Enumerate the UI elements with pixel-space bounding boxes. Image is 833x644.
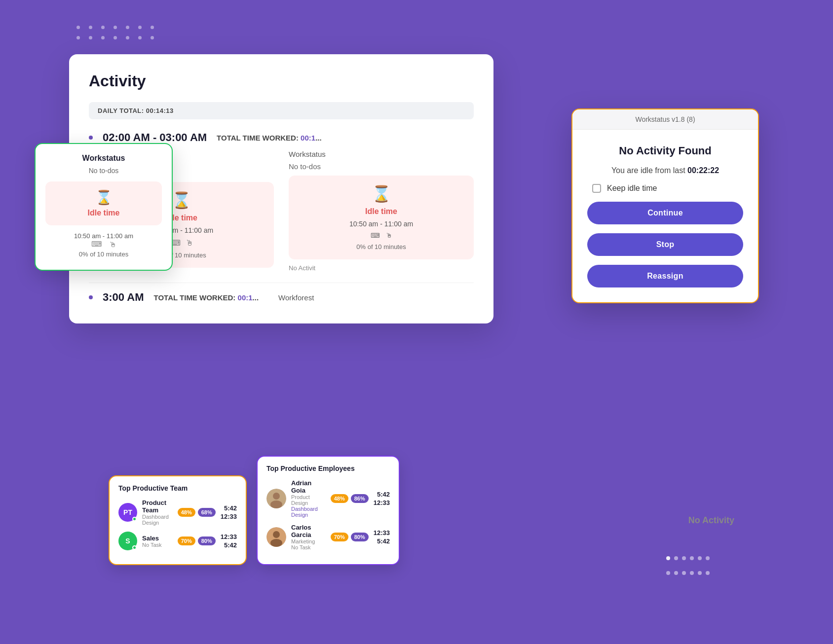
- time-block-2: 3:00 AM TOTAL TIME WORKED: 00:1... Workf…: [89, 283, 474, 304]
- input-icons: ⌨ 🖱: [169, 238, 193, 248]
- svg-point-1: [273, 493, 280, 500]
- pag-dot: [698, 556, 702, 560]
- deco-dot: [126, 26, 129, 29]
- float-icons-row: ⌨ 🖱: [45, 240, 162, 249]
- idle-card-right: ⌛ Idle time 10:50 am - 11:00 am ⌨ 🖱 0% o…: [289, 176, 474, 259]
- productive-employees-title: Top Productive Employees: [266, 465, 390, 472]
- employee-stats-ag: 48% 86%: [331, 494, 369, 503]
- float-idle-card: ⌛ Idle time: [45, 181, 162, 225]
- no-activity-label: No Activity: [688, 515, 734, 526]
- employee-info-ag: Adrian Goia Product Design Dashboard Des…: [291, 479, 326, 518]
- keep-idle-row[interactable]: Keep idle time: [587, 184, 657, 193]
- team-task-pt: Dashboard Design: [142, 514, 173, 526]
- dialog-no-activity-title: No Activity Found: [619, 144, 711, 157]
- team-info-s: Sales No Task: [142, 535, 173, 548]
- time1-cg: 12:33: [374, 529, 390, 537]
- team-row-2: S Sales No Task 70% 80% 12:33 5:42: [118, 532, 237, 550]
- deco-dot: [76, 26, 80, 29]
- pag-dot: [674, 556, 678, 560]
- employee-role-cg: Marketing: [291, 538, 326, 544]
- pagination-dots-bottom: [666, 571, 710, 575]
- team-row-1: PT Product Team Dashboard Design 48% 68%…: [118, 499, 237, 526]
- employee-task-ag: Dashboard Design: [291, 506, 326, 518]
- dialog-idle-text: You are idle from last 00:22:22: [611, 166, 719, 175]
- time-range-2: 3:00 AM: [103, 291, 144, 304]
- time1-pt: 5:42: [224, 504, 237, 512]
- employee-task-cg: No Task: [291, 544, 326, 550]
- pagination-dots-top: [666, 556, 710, 560]
- pag-dot: [690, 571, 694, 575]
- float-ws-title: Workstatus: [45, 154, 162, 163]
- time2-cg: 5:42: [377, 537, 390, 545]
- status-dot-pt: [132, 517, 137, 521]
- deco-dot: [114, 36, 117, 39]
- keep-idle-checkbox[interactable]: [592, 184, 601, 193]
- employee-stats-cg: 70% 80%: [331, 533, 369, 541]
- team-avatar-pt: PT: [118, 503, 137, 522]
- status-dot-s: [132, 545, 137, 550]
- team-stats-pt: 48% 68%: [178, 508, 216, 517]
- employee-row-2: Carlos Garcia Marketing No Task 70% 80% …: [266, 524, 390, 550]
- team-avatar-s: S: [118, 532, 137, 550]
- deco-dot: [101, 36, 105, 39]
- team-info-pt: Product Team Dashboard Design: [142, 499, 173, 526]
- svg-point-2: [270, 501, 282, 508]
- stop-button[interactable]: Stop: [587, 233, 743, 256]
- idle-label-right: Idle time: [365, 207, 397, 216]
- employee-avatar-ag: [266, 489, 286, 508]
- dialog-body: No Activity Found You are idle from last…: [572, 130, 758, 302]
- badge-s-2: 80%: [198, 537, 216, 545]
- continue-button[interactable]: Continue: [587, 202, 743, 224]
- badge-cg-2: 80%: [351, 533, 369, 541]
- employee-avatar-cg: [266, 527, 286, 547]
- total-time-label: TOTAL TIME WORKED: 00:1...: [217, 134, 322, 142]
- employee-times-cg: 12:33 5:42: [374, 529, 390, 545]
- time2-pt: 12:33: [221, 513, 237, 520]
- decoration-dots: [76, 26, 154, 39]
- time-dot-2: [89, 295, 93, 299]
- reassign-button[interactable]: Reassign: [587, 265, 743, 287]
- workstatus-label-right: Workstatus: [289, 150, 474, 158]
- hourglass-icon: ⌛: [172, 191, 191, 210]
- employee-times-ag: 5:42 12:33: [374, 491, 390, 506]
- mouse-icon-right: 🖱: [386, 232, 392, 239]
- pag-dot: [706, 556, 710, 560]
- team-name-s: Sales: [142, 535, 173, 542]
- no-todos-right: No to-dos: [289, 162, 474, 171]
- svg-point-4: [273, 531, 280, 538]
- deco-dot: [89, 26, 92, 29]
- employee-info-cg: Carlos Garcia Marketing No Task: [291, 524, 326, 550]
- time1-s: 12:33: [221, 533, 237, 540]
- pag-dot: [666, 571, 670, 575]
- productive-team-card: Top Productive Team PT Product Team Dash…: [109, 475, 247, 565]
- deco-dot: [151, 26, 154, 29]
- productive-team-title: Top Productive Team: [118, 484, 237, 492]
- badge-pt-1: 48%: [178, 508, 195, 517]
- float-time-range: 10:50 am - 11:00 am: [45, 232, 162, 240]
- float-no-todos: No to-dos: [45, 167, 162, 175]
- badge-pt-2: 68%: [198, 508, 216, 517]
- daily-total-bar: DAILY TOTAL: 00:14:13: [89, 102, 474, 119]
- workforest-label: Workforest: [278, 293, 314, 302]
- pag-dot: [698, 571, 702, 575]
- keyboard-icon-right: ⌨: [371, 232, 380, 239]
- deco-dot: [138, 26, 142, 29]
- float-keyboard-icon: ⌨: [91, 240, 102, 249]
- idle-percent: ⌨ 🖱: [169, 238, 193, 248]
- time-range-label: 02:00 AM - 03:00 AM: [103, 131, 207, 144]
- team-times-s: 12:33 5:42: [221, 533, 237, 549]
- pag-dot: [666, 556, 670, 560]
- pag-dot: [682, 571, 686, 575]
- floating-workstatus-card: Workstatus No to-dos ⌛ Idle time 10:50 a…: [35, 143, 173, 271]
- mouse-icon: 🖱: [186, 239, 193, 248]
- dialog-header: Workstatus v1.8 (8): [572, 109, 758, 130]
- employee-row-1: Adrian Goia Product Design Dashboard Des…: [266, 479, 390, 518]
- employee-role-ag: Product Design: [291, 494, 326, 506]
- no-activity-truncated: No Activit: [289, 264, 474, 272]
- pag-dot: [682, 556, 686, 560]
- time2-ag: 12:33: [374, 499, 390, 506]
- idle-icons-right: ⌨ 🖱: [371, 232, 392, 239]
- deco-dot: [101, 26, 105, 29]
- pag-dot: [690, 556, 694, 560]
- badge-cg-1: 70%: [331, 533, 348, 541]
